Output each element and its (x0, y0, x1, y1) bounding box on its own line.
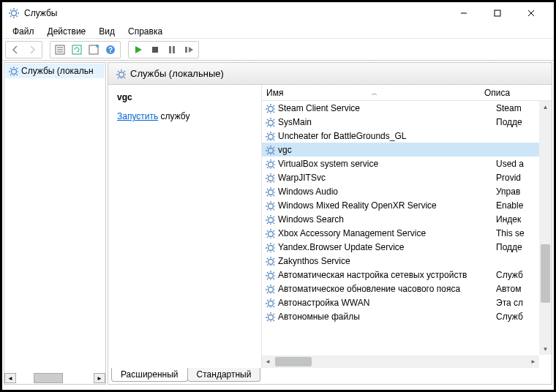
gear-icon (265, 284, 275, 294)
view-tabs: Расширенный Стандартный (108, 368, 552, 384)
svg-rect-13 (152, 47, 158, 53)
service-row[interactable]: Автоматическое обновление часового пояса… (262, 282, 552, 295)
restart-service-button[interactable] (181, 42, 197, 57)
svg-rect-14 (169, 46, 171, 53)
service-name: Xbox Accessory Management Service (278, 228, 493, 238)
service-name: vgc (278, 145, 493, 155)
panel-title: Службы (локальные) (130, 68, 224, 79)
service-row[interactable]: Uncheater for BattleGrounds_GL (262, 129, 552, 143)
service-name: Uncheater for BattleGrounds_GL (278, 131, 493, 141)
gear-icon (265, 298, 275, 308)
service-row[interactable]: Zakynthos Service (262, 254, 552, 268)
svg-rect-15 (173, 46, 175, 53)
start-service-line: Запустить службу (117, 111, 252, 121)
gear-icon (265, 242, 275, 252)
service-row[interactable]: SysMainПодде (262, 115, 552, 129)
service-row[interactable]: Windows Mixed Reality OpenXR ServiceEnab… (262, 198, 552, 212)
service-name: Yandex.Browser Update Service (278, 242, 493, 252)
gear-icon (265, 200, 275, 211)
selected-service-name: vgc (117, 92, 252, 102)
service-row[interactable]: Автоматическая настройка сетевых устройс… (262, 268, 552, 282)
gear-icon (265, 214, 275, 225)
action-pane: vgc Запустить службу (108, 85, 262, 368)
column-headers[interactable]: Имя︿ Описа (262, 85, 552, 101)
tab-standard[interactable]: Стандартный (187, 368, 261, 382)
gear-icon (8, 66, 18, 76)
service-name: Windows Search (278, 214, 493, 225)
close-button[interactable] (514, 2, 548, 24)
service-row[interactable]: WarpJITSvcProvid (262, 170, 552, 184)
tree-item-label: Службы (локальн (21, 66, 94, 76)
gear-icon (265, 256, 275, 266)
service-row[interactable]: vgc (262, 143, 552, 157)
service-row[interactable]: Steam Client ServiceSteam (262, 101, 552, 115)
service-name: Автоматическое обновление часового пояса (278, 284, 493, 294)
svg-rect-16 (185, 47, 187, 53)
service-row[interactable]: Автонастройка WWANЭта сл (262, 295, 552, 309)
service-name: Автоматическая настройка сетевых устройс… (278, 270, 493, 280)
col-name[interactable]: Имя︿ (262, 88, 481, 98)
panel-header: Службы (локальные) (108, 63, 552, 85)
svg-rect-2 (495, 10, 500, 16)
service-row[interactable]: Yandex.Browser Update ServiceПодде (262, 240, 552, 254)
refresh-button[interactable] (69, 42, 85, 57)
service-row[interactable]: Автономные файлыСлужб (262, 309, 552, 323)
toolbar: ? (2, 39, 554, 61)
start-rest: службу (158, 111, 189, 121)
tree-hscroll[interactable]: ◄ ► (4, 372, 105, 384)
horizontal-scrollbar[interactable]: ◄► (262, 355, 539, 368)
maximize-button[interactable] (481, 2, 514, 24)
titlebar: Службы (2, 2, 554, 24)
gear-icon (265, 186, 275, 197)
gear-icon (265, 131, 275, 141)
export-button[interactable] (86, 42, 102, 57)
gear-icon (265, 173, 275, 183)
menubar: Файл Действие Вид Справка (2, 24, 554, 39)
service-row[interactable]: Windows SearchИндек (262, 212, 552, 226)
service-name: Автономные файлы (278, 312, 493, 322)
service-name: Steam Client Service (278, 103, 493, 113)
pause-service-button[interactable] (164, 42, 180, 57)
tab-extended[interactable]: Расширенный (111, 368, 188, 382)
gear-icon (265, 117, 275, 127)
svg-rect-9 (72, 45, 81, 54)
gear-icon (265, 159, 275, 169)
tree-item-services[interactable]: Службы (локальн (5, 64, 105, 78)
start-link[interactable]: Запустить (117, 111, 158, 121)
help-button[interactable]: ? (102, 42, 119, 57)
gear-icon (116, 69, 126, 79)
service-name: Zakynthos Service (278, 256, 493, 266)
menu-action[interactable]: Действие (42, 25, 92, 38)
service-name: Автонастройка WWAN (278, 298, 493, 308)
start-service-button[interactable] (130, 42, 146, 57)
back-button[interactable] (7, 42, 23, 57)
gear-icon (265, 312, 275, 322)
service-row[interactable]: Xbox Accessory Management ServiceThis se (262, 226, 552, 240)
col-desc[interactable]: Описа (481, 88, 552, 98)
svg-text:?: ? (108, 46, 113, 54)
service-name: SysMain (278, 117, 493, 127)
sort-indicator-icon: ︿ (372, 89, 377, 97)
navigation-tree[interactable]: Службы (локальн ◄ ► (4, 62, 106, 385)
properties-button[interactable] (52, 42, 68, 57)
vertical-scrollbar[interactable]: ▲▼ (539, 101, 552, 355)
service-name: Windows Audio (278, 186, 493, 197)
service-row[interactable]: Windows AudioУправ (262, 184, 552, 198)
service-name: VirtualBox system service (278, 159, 493, 169)
services-icon (8, 7, 20, 19)
service-name: WarpJITSvc (278, 173, 493, 183)
menu-view[interactable]: Вид (93, 25, 121, 38)
menu-file[interactable]: Файл (7, 25, 40, 38)
window-title: Службы (24, 8, 447, 18)
stop-service-button[interactable] (147, 42, 163, 57)
service-name: Windows Mixed Reality OpenXR Service (278, 200, 493, 211)
gear-icon (265, 228, 275, 238)
gear-icon (265, 270, 275, 280)
gear-icon (265, 103, 275, 113)
service-row[interactable]: VirtualBox system serviceUsed a (262, 157, 552, 170)
service-list[interactable]: Имя︿ Описа Steam Client ServiceSteamSysM… (262, 85, 552, 368)
gear-icon (265, 145, 275, 155)
minimize-button[interactable] (447, 2, 481, 24)
menu-help[interactable]: Справка (122, 25, 168, 38)
forward-button[interactable] (24, 42, 40, 57)
